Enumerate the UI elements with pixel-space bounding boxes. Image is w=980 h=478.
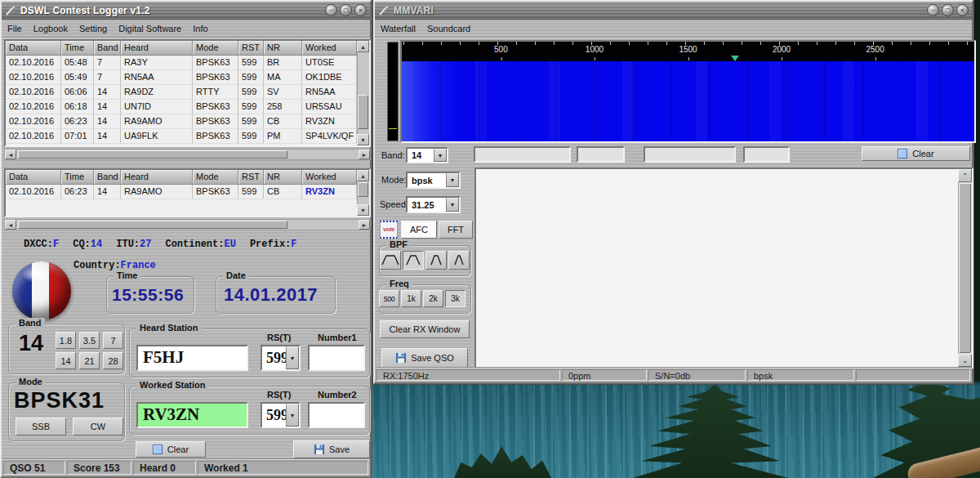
menu-item[interactable]: Setting	[79, 24, 107, 34]
scroll-right-icon[interactable]: ►	[359, 150, 370, 159]
scrollbar-thumb[interactable]	[358, 95, 368, 129]
number1-input[interactable]	[308, 345, 365, 371]
bpf-peak-filter-icon[interactable]	[448, 251, 470, 270]
log-table-wrap: DataTimeBandHeardModeRSTNRWorked02.10.20…	[4, 39, 371, 147]
rst-label: RS(T)	[267, 390, 291, 400]
rx-frequency-marker[interactable]	[731, 56, 739, 61]
maximize-icon[interactable]: ▢	[340, 4, 352, 16]
scroll-left-icon[interactable]: ◄	[5, 150, 16, 159]
save-button[interactable]: Save	[293, 440, 370, 458]
rx-vscrollbar[interactable]: ⌃ ⌄	[958, 169, 972, 367]
maximize-icon[interactable]: ▢	[942, 4, 954, 16]
band-combo[interactable]: 14 ▼	[406, 147, 448, 163]
search-table-hscrollbar[interactable]: ◄ ►	[4, 219, 371, 230]
freq-button[interactable]: 500	[379, 290, 399, 307]
chevron-down-icon[interactable]: ▼	[286, 346, 299, 369]
bpf-medium-filter-icon[interactable]	[403, 251, 424, 270]
afc-toggle-button[interactable]: AFC	[401, 221, 437, 239]
chevron-down-icon[interactable]: ▼	[446, 173, 459, 187]
speed-combo[interactable]: 31.25 ▼	[406, 196, 461, 213]
clear-button-label: Clear	[912, 149, 933, 159]
heard-callsign-input[interactable]: F5HJ	[136, 345, 248, 371]
minimize-icon[interactable]: ─	[927, 4, 939, 16]
mode-combo[interactable]: bpsk ▼	[406, 172, 461, 189]
waterfall-display[interactable]: 5001000150020002500	[400, 40, 976, 143]
band-button[interactable]: 1.8	[56, 332, 76, 349]
mode-button[interactable]: SSB	[16, 418, 66, 436]
mmvari-titlebar[interactable]: MMVARI ─ ▢ ✕	[375, 2, 972, 20]
entry-field[interactable]	[743, 146, 790, 163]
clear-button[interactable]: Clear	[862, 146, 970, 161]
table-row[interactable]: 02.10.201607:0114UA9FLKBPSK63599PMSP4LVK…	[6, 129, 357, 144]
current-mode-value: BPSK31	[14, 388, 105, 413]
band-button[interactable]: 14	[56, 352, 76, 369]
worked-callsign-input[interactable]: RV3ZN	[136, 402, 248, 428]
scroll-up-icon[interactable]: ▲	[357, 170, 369, 181]
cell: 02.10.2016	[6, 114, 61, 129]
scroll-down-icon[interactable]: ▼	[357, 134, 369, 145]
cell: RV3ZN	[302, 114, 357, 129]
dswl-titlebar[interactable]: DSWL Contest Logger v1.2 ─ ▢ ✕	[2, 2, 370, 20]
scroll-left-icon[interactable]: ◄	[5, 220, 16, 230]
number2-input[interactable]	[308, 402, 365, 428]
close-icon[interactable]: ✕	[354, 4, 367, 16]
log-table-hscrollbar[interactable]: ◄ ►	[4, 149, 371, 160]
band-button[interactable]: 21	[79, 352, 100, 369]
scrollbar-thumb[interactable]	[959, 183, 971, 353]
table-row[interactable]: 02.10.201605:497RN5AABPSK63599MAOK1DBE	[6, 70, 357, 85]
freq-button[interactable]: 2k	[423, 290, 443, 307]
scroll-down-icon[interactable]: ▼	[357, 204, 369, 216]
freq-button[interactable]: 3k	[445, 290, 466, 307]
scrollbar-thumb[interactable]	[18, 150, 287, 159]
frequency-tick: 500	[494, 45, 508, 54]
heard-rst-combo[interactable]: 599 ▼	[261, 345, 301, 371]
bpf-wide-filter-icon[interactable]	[380, 251, 401, 270]
entry-field[interactable]	[577, 146, 625, 163]
freq-button[interactable]: 1k	[401, 290, 421, 307]
minimize-icon[interactable]: ─	[325, 4, 337, 16]
table-row[interactable]: 02.10.201605:487RA3YBPSK63599BRUT0SE	[6, 56, 357, 70]
time-value: 15:55:56	[112, 285, 184, 305]
chevron-down-icon[interactable]: ▼	[446, 198, 459, 212]
chevron-down-icon[interactable]: ▼	[286, 404, 299, 427]
save-qso-button[interactable]: Save QSO	[381, 348, 468, 368]
scroll-up-icon[interactable]: ▲	[357, 41, 369, 52]
menu-item[interactable]: File	[7, 24, 22, 34]
scrollbar-thumb[interactable]	[18, 221, 287, 229]
worked-rst-combo[interactable]: 599 ▼	[261, 402, 301, 428]
log-table-vscrollbar[interactable]: ▲ ▼	[357, 41, 369, 145]
scroll-right-icon[interactable]: ►	[359, 220, 370, 230]
cell: 06:18	[61, 100, 94, 114]
header-cell: RST	[238, 41, 264, 56]
band-button[interactable]: 3.5	[79, 332, 100, 349]
table-row[interactable]: 02.10.201606:2314RA9AMOBPSK63599CBRV3ZN	[6, 114, 357, 129]
band-button[interactable]: 7	[103, 332, 123, 349]
table-row[interactable]: 02.10.201606:2314RA9AMOBPSK63599CBRV3ZN	[6, 185, 357, 199]
mode-button[interactable]: CW	[73, 418, 123, 436]
menu-item[interactable]: Logbook	[33, 24, 68, 34]
rx-text-window[interactable]: ⌃ ⌄	[474, 168, 973, 369]
search-table-vscrollbar[interactable]: ▲ ▼	[357, 170, 369, 216]
waterfall-spectrum[interactable]	[402, 61, 974, 141]
scroll-up-icon[interactable]: ⌃	[958, 169, 972, 182]
entry-field[interactable]	[644, 146, 736, 163]
log-table: DataTimeBandHeardModeRSTNRWorked02.10.20…	[6, 41, 357, 145]
menu-item[interactable]: Waterfall	[381, 24, 416, 34]
band-button[interactable]: 28	[103, 352, 123, 369]
scrollbar-thumb[interactable]	[358, 182, 368, 197]
clear-button[interactable]: Clear	[136, 441, 206, 458]
table-row[interactable]: 02.10.201606:0614RA9DZRTTY599SVRN5AA	[6, 85, 357, 100]
bpf-narrow-filter-icon[interactable]	[425, 251, 447, 270]
menu-item[interactable]: Soundcard	[427, 24, 470, 34]
clear-rx-window-button[interactable]: Clear RX Window	[380, 320, 470, 338]
band-groupbox: Band 14 1.83.57142128	[8, 324, 125, 374]
table-row[interactable]: 02.10.201606:1814UN7IDBPSK63599258UR5SAU	[6, 100, 357, 114]
close-icon[interactable]: ✕	[956, 4, 969, 16]
menu-item[interactable]: Info	[193, 24, 207, 34]
chevron-down-icon[interactable]: ▼	[434, 149, 447, 162]
fft-toggle-button[interactable]: FFT	[439, 221, 473, 239]
menu-item[interactable]: Digital Software	[118, 24, 181, 34]
scroll-down-icon[interactable]: ⌄	[958, 354, 972, 367]
entry-field[interactable]	[474, 146, 571, 163]
vari-mode-icon[interactable]: VARI	[380, 221, 398, 239]
